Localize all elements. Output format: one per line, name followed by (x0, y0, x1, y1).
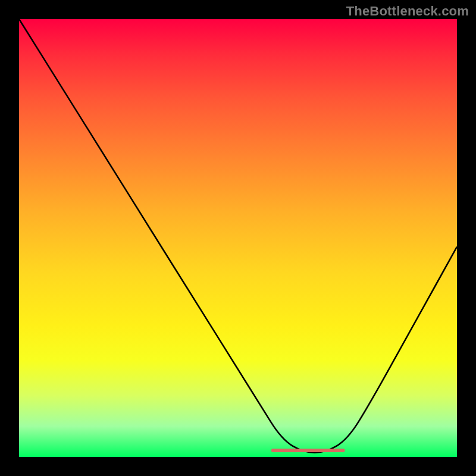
chart-svg (19, 19, 457, 457)
chart-frame: TheBottleneck.com (0, 0, 476, 476)
bottleneck-curve (19, 19, 457, 453)
watermark-text: TheBottleneck.com (346, 4, 469, 19)
